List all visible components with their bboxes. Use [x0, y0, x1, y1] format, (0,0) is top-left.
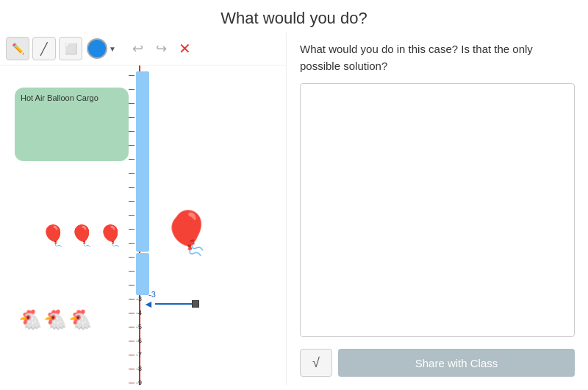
chickens-group: 🐔 🐔 🐔: [18, 308, 92, 331]
chicken-1: 🐔: [18, 308, 42, 331]
math-sqrt-icon: √: [312, 355, 320, 371]
pen-tool-button[interactable]: ╱: [32, 37, 56, 60]
balloon-1: 🎈: [40, 224, 66, 248]
cargo-box-label: Hot Air Balloon Cargo: [21, 93, 98, 102]
close-button[interactable]: ✕: [175, 38, 196, 59]
undo-icon: ↩: [132, 40, 143, 57]
tick-label-neg9: -9: [136, 379, 142, 385]
canvas-area: 13 12 11 10 9 8 7 6 5 4 3 2 1 0 -1 -2 -3: [0, 65, 286, 385]
tick-label-neg3: -3: [136, 295, 142, 302]
tick-label-neg4: -4: [136, 309, 142, 316]
toolbar: ✏️ ╱ ⬜ ▼ ↩ ↪ ✕: [0, 32, 286, 65]
page-title: What would you do?: [0, 0, 588, 32]
bottom-action-bar: √ Share with Class: [300, 349, 575, 377]
tick-label-neg7: -7: [136, 351, 142, 358]
balloons-group: 🎈 🎈 🎈: [40, 224, 123, 248]
color-dropdown-icon[interactable]: ▼: [109, 45, 116, 53]
pen-icon: ╱: [40, 42, 48, 56]
share-with-class-button[interactable]: Share with Class: [338, 349, 575, 377]
close-icon: ✕: [179, 40, 191, 57]
tick-label-neg8: -8: [136, 365, 142, 372]
left-panel: ✏️ ╱ ⬜ ▼ ↩ ↪ ✕: [0, 32, 287, 386]
pencil-tool-button[interactable]: ✏️: [6, 37, 29, 60]
tick-label-neg5: -5: [136, 323, 142, 330]
eraser-icon: ⬜: [65, 43, 77, 54]
math-formula-button[interactable]: √: [300, 349, 332, 377]
redo-icon: ↪: [156, 40, 167, 57]
pencil-icon: ✏️: [12, 43, 24, 54]
answer-input[interactable]: [300, 83, 575, 337]
color-picker-button[interactable]: [87, 38, 107, 59]
right-panel: What would you do in this case? Is that …: [287, 32, 588, 386]
arrow-indicator: ◄: [143, 298, 199, 310]
eraser-tool-button[interactable]: ⬜: [59, 37, 82, 60]
hot-air-balloon-colored: 🎈: [165, 209, 211, 252]
tick-label-neg6: -6: [136, 337, 142, 344]
blue-bar-bottom: [136, 253, 149, 295]
chicken-3: 🐔: [68, 308, 92, 331]
small-weight-box: [192, 300, 199, 308]
question-text: What would you do in this case? Is that …: [300, 41, 575, 74]
share-with-class-label: Share with Class: [415, 357, 498, 369]
chicken-2: 🐔: [43, 308, 67, 331]
undo-button[interactable]: ↩: [128, 38, 148, 59]
balloon-2: 🎈: [69, 224, 95, 248]
arrow-left-icon: ◄: [143, 298, 154, 310]
balloon-3: 🎈: [98, 224, 123, 248]
cargo-box: Hot Air Balloon Cargo: [15, 88, 129, 161]
blue-bar-top: [136, 71, 149, 252]
redo-button[interactable]: ↪: [151, 38, 172, 59]
